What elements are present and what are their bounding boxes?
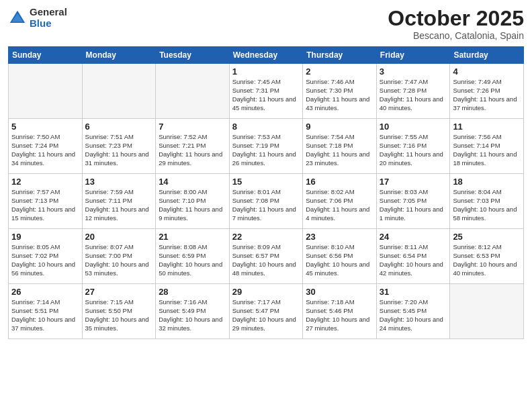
calendar-cell: 28Sunrise: 7:16 AM Sunset: 5:49 PM Dayli… xyxy=(156,284,230,339)
day-number: 15 xyxy=(232,177,300,187)
day-number: 19 xyxy=(11,232,79,242)
day-info: Sunrise: 7:55 AM Sunset: 7:16 PM Dayligh… xyxy=(380,133,447,167)
calendar-cell: 3Sunrise: 7:47 AM Sunset: 7:28 PM Daylig… xyxy=(376,64,450,119)
calendar-cell: 10Sunrise: 7:55 AM Sunset: 7:16 PM Dayli… xyxy=(376,119,450,174)
calendar-cell: 21Sunrise: 8:08 AM Sunset: 6:59 PM Dayli… xyxy=(156,229,230,284)
day-number: 29 xyxy=(232,287,300,297)
calendar-cell: 16Sunrise: 8:02 AM Sunset: 7:06 PM Dayli… xyxy=(303,174,377,229)
calendar-cell: 26Sunrise: 7:14 AM Sunset: 5:51 PM Dayli… xyxy=(9,284,83,339)
calendar-cell xyxy=(156,64,230,119)
day-info: Sunrise: 7:15 AM Sunset: 5:50 PM Dayligh… xyxy=(85,298,153,332)
logo-general-text: General xyxy=(30,7,67,18)
day-info: Sunrise: 7:20 AM Sunset: 5:45 PM Dayligh… xyxy=(380,298,447,332)
day-number: 23 xyxy=(306,232,373,242)
calendar-cell: 6Sunrise: 7:51 AM Sunset: 7:23 PM Daylig… xyxy=(82,119,156,174)
month-title: October 2025 xyxy=(388,7,524,30)
calendar-week-row: 26Sunrise: 7:14 AM Sunset: 5:51 PM Dayli… xyxy=(9,284,524,339)
logo-icon xyxy=(8,9,27,28)
calendar-cell: 14Sunrise: 8:00 AM Sunset: 7:10 PM Dayli… xyxy=(156,174,230,229)
day-number: 22 xyxy=(232,232,300,242)
calendar-week-row: 5Sunrise: 7:50 AM Sunset: 7:24 PM Daylig… xyxy=(9,119,524,174)
day-info: Sunrise: 7:16 AM Sunset: 5:49 PM Dayligh… xyxy=(159,298,226,332)
calendar-cell: 11Sunrise: 7:56 AM Sunset: 7:14 PM Dayli… xyxy=(450,119,524,174)
day-number: 11 xyxy=(453,122,521,132)
calendar-cell: 19Sunrise: 8:05 AM Sunset: 7:02 PM Dayli… xyxy=(9,229,83,284)
weekday-header: Friday xyxy=(376,47,450,64)
day-info: Sunrise: 8:05 AM Sunset: 7:02 PM Dayligh… xyxy=(11,243,79,277)
day-number: 8 xyxy=(232,122,300,132)
logo-blue-text: Blue xyxy=(30,18,67,30)
weekday-header-row: SundayMondayTuesdayWednesdayThursdayFrid… xyxy=(9,47,524,64)
day-info: Sunrise: 7:50 AM Sunset: 7:24 PM Dayligh… xyxy=(11,133,79,167)
weekday-header: Tuesday xyxy=(156,47,230,64)
day-number: 6 xyxy=(85,122,153,132)
calendar-cell: 29Sunrise: 7:17 AM Sunset: 5:47 PM Dayli… xyxy=(229,284,303,339)
calendar-cell: 1Sunrise: 7:45 AM Sunset: 7:31 PM Daylig… xyxy=(229,64,303,119)
calendar-cell: 8Sunrise: 7:53 AM Sunset: 7:19 PM Daylig… xyxy=(229,119,303,174)
day-info: Sunrise: 8:07 AM Sunset: 7:00 PM Dayligh… xyxy=(85,243,153,277)
day-number: 10 xyxy=(380,122,447,132)
day-number: 4 xyxy=(453,66,521,77)
title-block: October 2025 Bescano, Catalonia, Spain xyxy=(388,7,524,41)
calendar-cell: 20Sunrise: 8:07 AM Sunset: 7:00 PM Dayli… xyxy=(82,229,156,284)
day-info: Sunrise: 7:45 AM Sunset: 7:31 PM Dayligh… xyxy=(232,78,300,112)
calendar-cell: 15Sunrise: 8:01 AM Sunset: 7:08 PM Dayli… xyxy=(229,174,303,229)
logo: General Blue xyxy=(8,7,67,29)
day-info: Sunrise: 7:47 AM Sunset: 7:28 PM Dayligh… xyxy=(380,78,447,112)
day-info: Sunrise: 8:02 AM Sunset: 7:06 PM Dayligh… xyxy=(306,188,373,222)
calendar-cell: 18Sunrise: 8:04 AM Sunset: 7:03 PM Dayli… xyxy=(450,174,524,229)
day-number: 2 xyxy=(306,66,373,77)
calendar-cell: 13Sunrise: 7:59 AM Sunset: 7:11 PM Dayli… xyxy=(82,174,156,229)
weekday-header: Monday xyxy=(82,47,156,64)
day-number: 7 xyxy=(159,122,226,132)
day-info: Sunrise: 7:46 AM Sunset: 7:30 PM Dayligh… xyxy=(306,78,373,112)
day-info: Sunrise: 8:03 AM Sunset: 7:05 PM Dayligh… xyxy=(380,188,447,222)
day-number: 17 xyxy=(380,177,447,187)
day-info: Sunrise: 8:09 AM Sunset: 6:57 PM Dayligh… xyxy=(232,243,300,277)
weekday-header: Sunday xyxy=(9,47,83,64)
calendar: SundayMondayTuesdayWednesdayThursdayFrid… xyxy=(8,46,524,339)
day-info: Sunrise: 8:01 AM Sunset: 7:08 PM Dayligh… xyxy=(232,188,300,222)
day-number: 24 xyxy=(380,232,447,242)
calendar-cell: 7Sunrise: 7:52 AM Sunset: 7:21 PM Daylig… xyxy=(156,119,230,174)
day-info: Sunrise: 7:54 AM Sunset: 7:18 PM Dayligh… xyxy=(306,133,373,167)
day-info: Sunrise: 7:17 AM Sunset: 5:47 PM Dayligh… xyxy=(232,298,300,332)
day-info: Sunrise: 8:11 AM Sunset: 6:54 PM Dayligh… xyxy=(380,243,447,277)
calendar-cell: 24Sunrise: 8:11 AM Sunset: 6:54 PM Dayli… xyxy=(376,229,450,284)
day-info: Sunrise: 7:59 AM Sunset: 7:11 PM Dayligh… xyxy=(85,188,153,222)
day-info: Sunrise: 8:00 AM Sunset: 7:10 PM Dayligh… xyxy=(159,188,226,222)
calendar-cell: 17Sunrise: 8:03 AM Sunset: 7:05 PM Dayli… xyxy=(376,174,450,229)
day-number: 30 xyxy=(306,287,373,297)
weekday-header: Wednesday xyxy=(229,47,303,64)
weekday-header: Saturday xyxy=(450,47,524,64)
day-number: 3 xyxy=(380,66,447,77)
day-number: 18 xyxy=(453,177,521,187)
logo-text: General Blue xyxy=(30,7,67,29)
day-number: 27 xyxy=(85,287,153,297)
calendar-cell: 23Sunrise: 8:10 AM Sunset: 6:56 PM Dayli… xyxy=(303,229,377,284)
calendar-cell: 2Sunrise: 7:46 AM Sunset: 7:30 PM Daylig… xyxy=(303,64,377,119)
calendar-cell: 22Sunrise: 8:09 AM Sunset: 6:57 PM Dayli… xyxy=(229,229,303,284)
day-info: Sunrise: 8:08 AM Sunset: 6:59 PM Dayligh… xyxy=(159,243,226,277)
day-number: 14 xyxy=(159,177,226,187)
calendar-cell: 9Sunrise: 7:54 AM Sunset: 7:18 PM Daylig… xyxy=(303,119,377,174)
day-number: 28 xyxy=(159,287,226,297)
day-number: 26 xyxy=(11,287,79,297)
day-number: 16 xyxy=(306,177,373,187)
calendar-cell: 12Sunrise: 7:57 AM Sunset: 7:13 PM Dayli… xyxy=(9,174,83,229)
day-info: Sunrise: 7:51 AM Sunset: 7:23 PM Dayligh… xyxy=(85,133,153,167)
calendar-cell: 4Sunrise: 7:49 AM Sunset: 7:26 PM Daylig… xyxy=(450,64,524,119)
calendar-cell: 5Sunrise: 7:50 AM Sunset: 7:24 PM Daylig… xyxy=(9,119,83,174)
day-number: 9 xyxy=(306,122,373,132)
day-number: 31 xyxy=(380,287,447,297)
day-info: Sunrise: 7:57 AM Sunset: 7:13 PM Dayligh… xyxy=(11,188,79,222)
calendar-cell xyxy=(450,284,524,339)
header: General Blue October 2025 Bescano, Catal… xyxy=(8,7,524,41)
day-info: Sunrise: 7:49 AM Sunset: 7:26 PM Dayligh… xyxy=(453,78,521,112)
day-info: Sunrise: 7:18 AM Sunset: 5:46 PM Dayligh… xyxy=(306,298,373,332)
calendar-week-row: 12Sunrise: 7:57 AM Sunset: 7:13 PM Dayli… xyxy=(9,174,524,229)
calendar-cell xyxy=(82,64,156,119)
location: Bescano, Catalonia, Spain xyxy=(388,30,524,41)
day-info: Sunrise: 8:04 AM Sunset: 7:03 PM Dayligh… xyxy=(453,188,521,222)
day-info: Sunrise: 7:56 AM Sunset: 7:14 PM Dayligh… xyxy=(453,133,521,167)
